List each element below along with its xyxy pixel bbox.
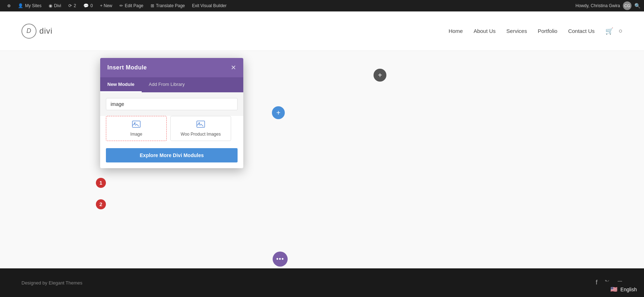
modal-search-area bbox=[100, 92, 243, 116]
translate-label: Translate Page bbox=[156, 3, 185, 8]
add-column-button[interactable]: + bbox=[374, 69, 386, 82]
comments-icon: 💬 bbox=[83, 3, 89, 8]
image-module-label: Image bbox=[130, 132, 142, 137]
translate-item[interactable]: ⊞ Translate Page bbox=[147, 0, 189, 11]
edit-page-item[interactable]: ✏ Edit Page bbox=[116, 0, 147, 11]
step-badge-1: 1 bbox=[96, 178, 106, 188]
admin-bar: ⊕ 👤 My Sites ◉ Divi ⟳ 2 💬 0 + New ✏ Edit… bbox=[0, 0, 644, 11]
nav-portfolio[interactable]: Portfolio bbox=[538, 28, 557, 34]
modal-title: Insert Module bbox=[107, 64, 147, 71]
wp-icon-item[interactable]: ⊕ bbox=[4, 0, 14, 11]
divi-item[interactable]: ◉ Divi bbox=[45, 0, 65, 11]
admin-bar-right: Howdy, Christina Gwira CG 🔍 bbox=[576, 1, 640, 10]
nav-icons: 🛒 ○ bbox=[605, 27, 623, 35]
site-header: D divi Home About Us Services Portfolio … bbox=[0, 11, 644, 51]
logo-name: divi bbox=[39, 26, 53, 36]
language-badge[interactable]: 🇺🇸 English bbox=[603, 282, 644, 297]
wordpress-icon: ⊕ bbox=[7, 3, 11, 8]
facebook-icon[interactable]: f bbox=[596, 279, 597, 287]
module-woo-product-images[interactable]: Woo Product Images bbox=[170, 116, 231, 141]
edit-page-label: Edit Page bbox=[125, 3, 143, 8]
language-label: English bbox=[620, 287, 637, 292]
site-logo[interactable]: D divi bbox=[21, 24, 53, 39]
search-icon[interactable]: ○ bbox=[619, 27, 623, 35]
module-grid: Image Woo Product Images bbox=[100, 116, 243, 147]
insert-module-modal: Insert Module ✕ New Module Add From Libr… bbox=[100, 58, 243, 168]
flag-icon: 🇺🇸 bbox=[610, 286, 618, 293]
svg-point-1 bbox=[134, 122, 136, 124]
user-greeting: Howdy, Christina Gwira bbox=[576, 3, 620, 8]
nav-home[interactable]: Home bbox=[449, 28, 463, 34]
comments-item[interactable]: 💬 0 bbox=[80, 0, 97, 11]
sync-icon: ⟳ bbox=[68, 3, 72, 8]
logo-letter: D bbox=[26, 27, 31, 35]
comments-count: 0 bbox=[91, 3, 93, 8]
edit-icon: ✏ bbox=[119, 3, 123, 8]
new-label: + New bbox=[100, 3, 112, 8]
module-image[interactable]: Image bbox=[106, 116, 167, 141]
avatar: CG bbox=[623, 1, 631, 10]
my-sites-label: My Sites bbox=[25, 3, 42, 8]
add-module-button-center[interactable]: + bbox=[272, 106, 285, 119]
site-navigation: Home About Us Services Portfolio Contact… bbox=[449, 27, 623, 35]
woo-module-label: Woo Product Images bbox=[181, 132, 221, 137]
sync-count: 2 bbox=[74, 3, 76, 8]
divi-label: Divi bbox=[54, 3, 61, 8]
tab-new-module[interactable]: New Module bbox=[100, 77, 142, 92]
admin-search-icon[interactable]: 🔍 bbox=[634, 3, 640, 9]
translate-icon: ⊞ bbox=[151, 3, 154, 8]
nav-services[interactable]: Services bbox=[506, 28, 527, 34]
module-search-input[interactable] bbox=[106, 98, 238, 110]
main-content: ← + + Insert Module ✕ New Module Add Fro… bbox=[0, 51, 644, 297]
sync-item[interactable]: ⟳ 2 bbox=[65, 0, 80, 11]
woo-module-icon bbox=[196, 121, 205, 130]
modal-close-button[interactable]: ✕ bbox=[231, 64, 236, 72]
nav-contact[interactable]: Contact Us bbox=[568, 28, 595, 34]
floating-dots-button[interactable]: ••• bbox=[273, 252, 288, 267]
explore-modules-button[interactable]: Explore More Divi Modules bbox=[106, 148, 238, 162]
new-item[interactable]: + New bbox=[96, 0, 116, 11]
exit-builder-item[interactable]: Exit Visual Builder bbox=[189, 0, 230, 11]
footer-designer-text: Designed by Elegant Themes bbox=[21, 280, 82, 286]
dots-icon: ••• bbox=[276, 255, 284, 263]
my-sites-item[interactable]: 👤 My Sites bbox=[14, 0, 45, 11]
divi-icon: ◉ bbox=[49, 3, 52, 8]
image-module-icon bbox=[132, 121, 141, 130]
plus-icon: + bbox=[378, 71, 382, 79]
tab-add-from-library[interactable]: Add From Library bbox=[142, 77, 192, 92]
step-badge-2: 2 bbox=[96, 199, 106, 209]
my-sites-icon: 👤 bbox=[18, 3, 23, 8]
cart-icon[interactable]: 🛒 bbox=[605, 27, 613, 35]
svg-point-3 bbox=[199, 122, 200, 124]
logo-circle: D bbox=[21, 24, 36, 39]
plus-icon-center: + bbox=[276, 109, 280, 117]
modal-header: Insert Module ✕ bbox=[100, 58, 243, 77]
exit-builder-label: Exit Visual Builder bbox=[192, 3, 227, 8]
modal-tabs: New Module Add From Library bbox=[100, 77, 243, 92]
nav-about[interactable]: About Us bbox=[474, 28, 496, 34]
footer-strip: Designed by Elegant Themes f 𝕏 ◻ bbox=[0, 268, 644, 297]
